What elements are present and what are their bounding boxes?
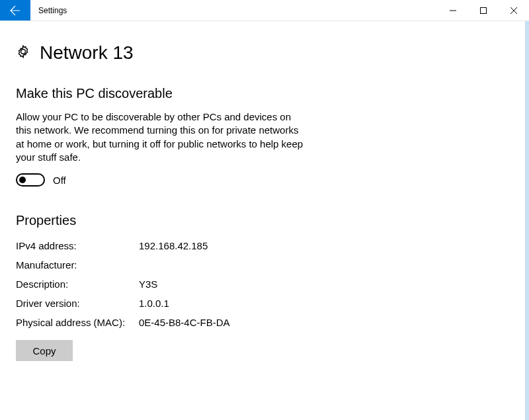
prop-label: Physical address (MAC):	[16, 317, 139, 328]
toggle-knob	[19, 177, 26, 183]
page-title: Network 13	[40, 42, 134, 63]
prop-value: 1.0.0.1	[139, 298, 513, 309]
prop-label: Manufacturer:	[16, 259, 139, 271]
gear-icon	[16, 44, 30, 62]
discoverable-description: Allow your PC to be discoverable by othe…	[16, 110, 307, 164]
minimize-icon	[450, 7, 456, 14]
discoverable-toggle-row: Off	[16, 173, 513, 187]
window-right-border	[525, 21, 529, 420]
svg-rect-0	[481, 7, 487, 13]
minimize-button[interactable]	[438, 0, 468, 21]
prop-value: Y3S	[139, 278, 513, 290]
window-controls	[438, 0, 529, 21]
page-header: Network 13	[16, 42, 513, 63]
maximize-icon	[480, 7, 487, 14]
prop-value: 0E-45-B8-4C-FB-DA	[139, 317, 513, 328]
back-arrow-icon	[10, 5, 20, 16]
discoverable-heading: Make this PC discoverable	[16, 86, 513, 101]
prop-value: 192.168.42.185	[139, 240, 513, 251]
close-button[interactable]	[499, 0, 529, 21]
copy-button[interactable]: Copy	[16, 340, 73, 361]
close-icon	[510, 7, 517, 14]
maximize-button[interactable]	[468, 0, 499, 21]
prop-value	[139, 259, 513, 271]
properties-heading: Properties	[16, 213, 513, 228]
window-title: Settings	[30, 0, 438, 21]
prop-label: IPv4 address:	[16, 240, 139, 251]
back-button[interactable]	[0, 0, 30, 21]
discoverable-toggle-label: Off	[53, 175, 66, 186]
titlebar: Settings	[0, 0, 529, 21]
content-area: Network 13 Make this PC discoverable All…	[0, 21, 529, 361]
prop-label: Driver version:	[16, 298, 139, 309]
discoverable-toggle[interactable]	[16, 173, 45, 187]
properties-table: IPv4 address: 192.168.42.185 Manufacture…	[16, 240, 513, 328]
prop-label: Description:	[16, 278, 139, 290]
